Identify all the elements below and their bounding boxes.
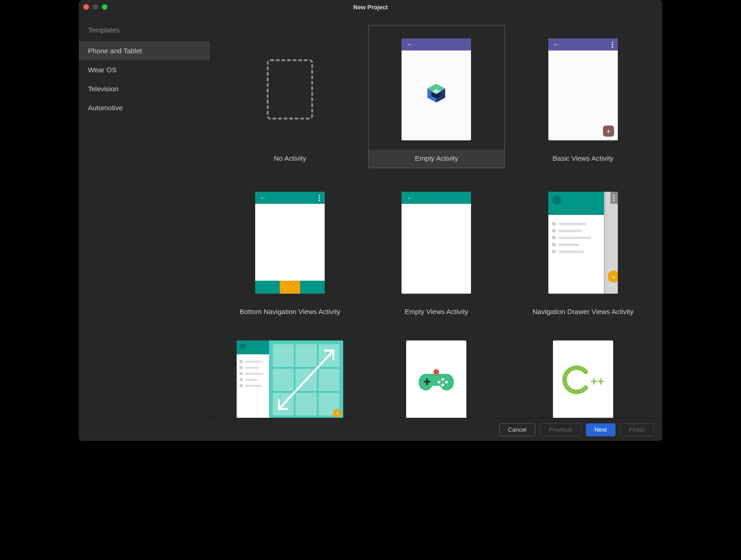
back-arrow-icon: ← — [553, 41, 559, 48]
sidebar-item-wear-os[interactable]: Wear OS — [79, 60, 210, 79]
previous-button: Previous — [540, 423, 581, 436]
sidebar-item-television[interactable]: Television — [79, 79, 210, 98]
template-card-basic-views[interactable]: ← + Basic Views Activity — [515, 25, 651, 168]
svg-line-5 — [279, 351, 333, 409]
avatar-icon — [552, 195, 561, 205]
template-label: Navigation Drawer Views Activity — [515, 303, 651, 321]
minimize-window-icon[interactable] — [93, 4, 98, 10]
appbar-icon: ← — [402, 192, 471, 204]
fab-add-icon: + — [608, 271, 618, 283]
template-thumb-navigation-drawer: + — [548, 192, 618, 294]
avatar-icon — [239, 343, 246, 350]
template-label: Empty Views Activity — [369, 303, 504, 321]
template-thumb-bottom-navigation: ← — [255, 192, 325, 294]
template-label: Empty Activity — [369, 150, 504, 168]
jetpack-compose-icon — [425, 82, 447, 104]
list-pane-icon — [237, 340, 269, 418]
template-label: Bottom Navigation Views Activity — [222, 303, 358, 321]
template-card-empty-activity[interactable]: ← Empty Activity — [368, 25, 504, 168]
svg-point-8 — [441, 378, 444, 381]
template-card-empty-views[interactable]: ← Empty Views Activity — [368, 178, 504, 321]
thumb-body — [402, 50, 471, 140]
sidebar-item-automotive[interactable]: Automotive — [79, 98, 210, 117]
next-button[interactable]: Next — [586, 423, 616, 436]
svg-point-9 — [445, 381, 448, 384]
template-card-no-activity[interactable]: No Activity — [222, 25, 358, 168]
templates-sidebar: Templates Phone and Tablet Wear OS Telev… — [79, 14, 211, 418]
bottom-nav-icon — [255, 281, 325, 294]
thumb-body — [255, 204, 325, 294]
template-thumb-basic-views: ← + — [548, 38, 618, 140]
kebab-menu-icon — [610, 192, 618, 204]
template-thumb-empty-views: ← — [402, 192, 471, 294]
new-project-window: New Project Templates Phone and Tablet W… — [79, 0, 662, 441]
appbar-icon: ← — [402, 38, 471, 50]
wizard-footer: Cancel Previous Next Finish — [79, 418, 662, 441]
sidebar-item-label: Automotive — [88, 104, 123, 112]
dashed-placeholder-icon — [267, 59, 313, 120]
sidebar-item-label: Wear OS — [88, 66, 116, 74]
close-window-icon[interactable] — [83, 4, 89, 10]
appbar-icon: ← — [548, 38, 618, 50]
back-arrow-icon: ← — [406, 195, 413, 201]
kebab-menu-icon — [319, 195, 320, 201]
appbar-icon: ← — [255, 192, 325, 204]
zoom-window-icon[interactable] — [102, 4, 107, 10]
template-thumb-no-activity — [255, 38, 325, 140]
window-title: New Project — [79, 4, 662, 11]
fab-add-icon: + — [333, 409, 341, 417]
window-controls — [83, 4, 107, 10]
template-card-navigation-drawer[interactable]: + Navigation Drawer Views Activity — [515, 178, 651, 321]
resize-arrow-icon — [274, 345, 339, 415]
template-card-primary-detail[interactable]: + — [222, 332, 358, 418]
sidebar-item-phone-and-tablet[interactable]: Phone and Tablet — [79, 41, 210, 60]
back-arrow-icon: ← — [260, 195, 266, 201]
svg-point-11 — [438, 381, 440, 384]
navigation-drawer-icon — [548, 192, 604, 294]
svg-point-10 — [441, 384, 444, 386]
template-card-bottom-navigation[interactable]: ← Bottom Navigation Views Activity — [222, 178, 358, 321]
game-controller-icon — [418, 367, 455, 392]
fab-add-icon: + — [603, 126, 614, 137]
template-thumb-game-activity — [406, 340, 466, 418]
template-thumb-primary-detail: + — [237, 340, 343, 418]
sidebar-item-label: Phone and Tablet — [88, 47, 142, 55]
titlebar: New Project — [79, 0, 662, 14]
thumb-body: + — [548, 50, 618, 140]
thumb-body — [402, 204, 471, 294]
back-arrow-icon: ← — [406, 41, 413, 48]
cpp-icon: ++ — [562, 364, 604, 396]
svg-point-12 — [433, 369, 439, 375]
sidebar-heading: Templates — [79, 23, 210, 41]
template-thumb-native-cpp: ++ — [553, 340, 613, 418]
template-thumb-empty-activity: ← — [402, 38, 471, 140]
finish-button: Finish — [620, 423, 654, 436]
template-label: Basic Views Activity — [515, 150, 651, 168]
cancel-button[interactable]: Cancel — [499, 423, 535, 436]
detail-pane-icon: + — [269, 340, 343, 418]
template-card-native-cpp[interactable]: ++ — [515, 332, 651, 418]
template-card-game-activity[interactable] — [368, 332, 504, 418]
kebab-menu-icon — [612, 42, 613, 48]
template-label: No Activity — [222, 150, 358, 168]
template-grid: No Activity ← — [211, 14, 662, 418]
sidebar-item-label: Television — [88, 85, 119, 93]
svg-rect-7 — [424, 381, 430, 383]
